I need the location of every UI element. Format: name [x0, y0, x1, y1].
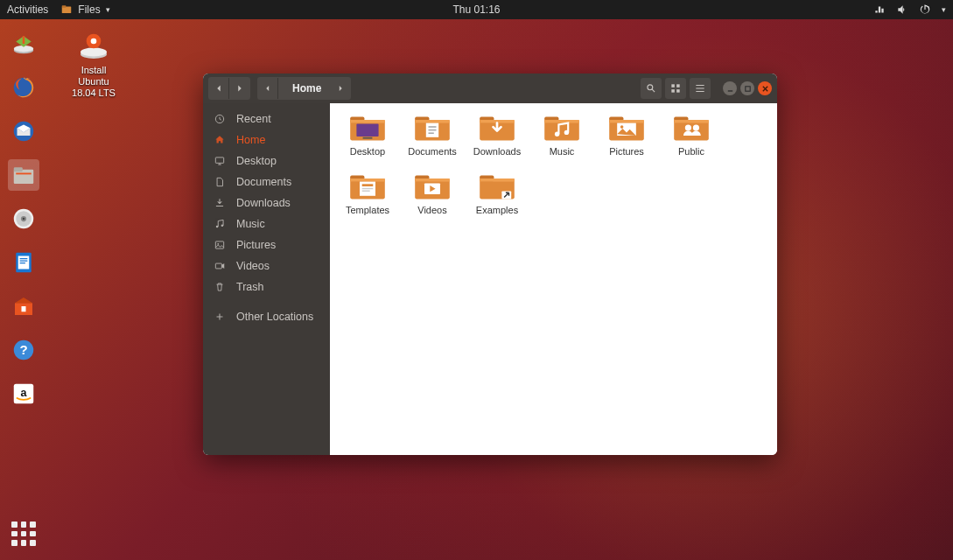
svg-point-28: [91, 38, 97, 45]
pic-icon: [214, 239, 226, 251]
svg-rect-37: [363, 137, 373, 139]
path-up-icon[interactable]: [257, 78, 278, 99]
folder-examples[interactable]: Examples: [473, 171, 521, 215]
svg-point-43: [564, 130, 569, 135]
folder-videos[interactable]: Videos: [409, 171, 456, 215]
folder-templates[interactable]: Templates: [344, 171, 391, 215]
dock-software-icon[interactable]: [8, 290, 39, 322]
dock-firefox-icon[interactable]: [8, 72, 39, 103]
clock[interactable]: Thu 01:16: [452, 4, 500, 16]
plus-icon: [214, 311, 226, 323]
down-icon: [214, 197, 226, 209]
sidebar-item-other-locations[interactable]: Other Locations: [203, 306, 330, 327]
folder-icon: [413, 171, 452, 202]
view-toggle-button[interactable]: [665, 78, 686, 99]
svg-rect-51: [362, 191, 370, 192]
dock-rhythmbox-icon[interactable]: [8, 203, 39, 234]
volume-icon[interactable]: [896, 4, 908, 16]
appmenu-files[interactable]: Files ▾: [60, 4, 109, 16]
activities-button[interactable]: Activities: [7, 4, 48, 16]
svg-text:?: ?: [19, 342, 27, 357]
top-bar: Activities Files ▾ Thu 01:16 ▾: [0, 0, 953, 19]
folder-icon: [543, 112, 581, 144]
dock-files-icon[interactable]: [8, 159, 39, 191]
folder-icon: [672, 112, 711, 144]
power-icon[interactable]: [919, 4, 931, 16]
window-minimize-button[interactable]: [723, 81, 737, 95]
folder-icon: [478, 171, 516, 202]
svg-rect-31: [676, 84, 680, 88]
folder-icon: [413, 112, 452, 144]
nav-back-button[interactable]: [208, 78, 229, 99]
folder-public[interactable]: Public: [668, 112, 715, 157]
chevron-down-icon: ▾: [106, 5, 110, 14]
files-menu-icon: [60, 4, 73, 16]
svg-rect-50: [362, 188, 374, 189]
files-window: Home RecentHomeDesktopDocumentsDownloads…: [203, 74, 777, 455]
svg-rect-32: [671, 89, 675, 93]
places-sidebar: RecentHomeDesktopDocumentsDownloadsMusic…: [203, 103, 330, 455]
sidebar-item-recent[interactable]: Recent: [203, 108, 330, 130]
video-icon: [214, 260, 226, 272]
sidebar-item-music[interactable]: Music: [203, 214, 330, 234]
search-button[interactable]: [641, 78, 662, 99]
system-menu-chevron-icon[interactable]: ▾: [942, 5, 946, 14]
svg-point-13: [23, 218, 25, 220]
svg-rect-36: [356, 124, 378, 136]
network-icon[interactable]: [873, 4, 886, 16]
dock-amazon-icon[interactable]: a: [8, 378, 39, 410]
folder-documents[interactable]: Documents: [409, 112, 456, 157]
svg-point-47: [693, 124, 699, 130]
dock-help-icon[interactable]: ?: [8, 334, 39, 366]
sidebar-item-home[interactable]: Home: [203, 130, 330, 150]
sidebar-item-videos[interactable]: Videos: [203, 256, 330, 276]
nav-forward-button[interactable]: [229, 78, 250, 99]
music-icon: [214, 218, 226, 230]
folder-pictures[interactable]: Pictures: [603, 112, 650, 157]
svg-point-29: [648, 85, 653, 90]
svg-point-45: [620, 125, 624, 129]
folder-icon: [348, 112, 387, 144]
trash-icon: [214, 281, 226, 293]
svg-rect-34: [727, 90, 732, 91]
sidebar-item-downloads[interactable]: Downloads: [203, 192, 330, 214]
svg-rect-9: [16, 173, 32, 175]
svg-point-46: [685, 124, 691, 130]
folder-downloads[interactable]: Downloads: [473, 112, 521, 157]
folder-desktop[interactable]: Desktop: [344, 112, 391, 157]
sidebar-item-pictures[interactable]: Pictures: [203, 234, 330, 256]
svg-rect-40: [429, 130, 437, 131]
doc-icon: [214, 176, 226, 188]
svg-point-42: [555, 132, 559, 136]
dock-drive-icon[interactable]: [8, 28, 39, 60]
folder-icon: [348, 171, 387, 202]
svg-rect-49: [362, 184, 374, 186]
dock-writer-icon[interactable]: [8, 247, 39, 278]
svg-rect-18: [20, 262, 25, 263]
window-close-button[interactable]: [758, 81, 772, 95]
svg-rect-39: [429, 126, 437, 128]
folder-music[interactable]: Music: [538, 112, 585, 157]
folder-icon: [478, 112, 516, 144]
folder-content-pane[interactable]: DesktopDocumentsDownloadsMusicPicturesPu…: [330, 103, 777, 455]
sidebar-item-desktop[interactable]: Desktop: [203, 150, 330, 172]
clock-icon: [214, 113, 226, 125]
svg-rect-33: [676, 89, 680, 93]
show-applications-button[interactable]: [8, 518, 39, 550]
desktop-icon-install-ubuntu[interactable]: Install Ubuntu 18.04 LTS: [67, 28, 121, 100]
path-segment-home[interactable]: Home: [278, 82, 330, 94]
window-titlebar[interactable]: Home: [203, 74, 777, 103]
sidebar-item-documents[interactable]: Documents: [203, 172, 330, 192]
sidebar-item-trash[interactable]: Trash: [203, 276, 330, 298]
hamburger-menu-button[interactable]: [690, 78, 711, 99]
svg-rect-20: [22, 306, 26, 312]
path-more-icon[interactable]: [330, 78, 351, 99]
svg-rect-17: [20, 261, 28, 262]
dock-thunderbird-icon[interactable]: [8, 116, 39, 147]
window-maximize-button[interactable]: [740, 81, 754, 95]
svg-rect-35: [745, 86, 749, 90]
svg-rect-4: [23, 36, 25, 44]
launcher-dock: ? a: [0, 19, 47, 560]
svg-rect-1: [62, 5, 67, 7]
svg-text:a: a: [21, 387, 28, 399]
